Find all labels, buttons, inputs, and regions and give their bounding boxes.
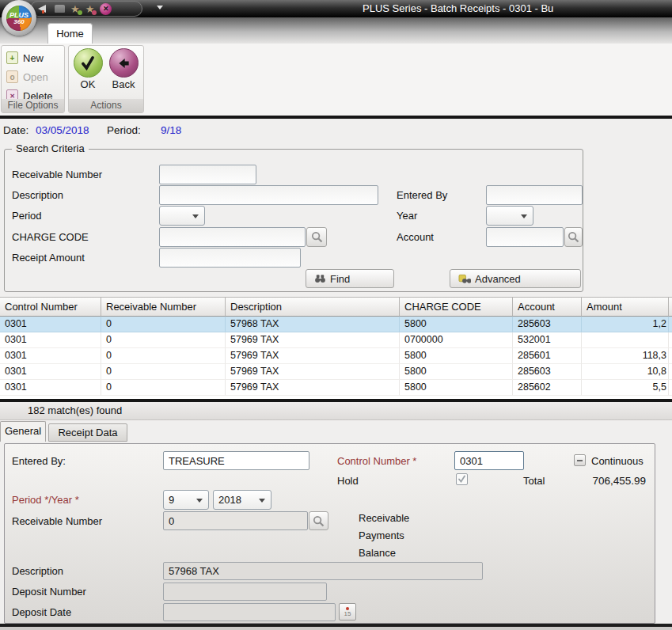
table-cell: 0	[101, 317, 226, 332]
favorite-add-icon[interactable]: ★	[70, 4, 80, 14]
deposit-date-label: Deposit Date	[12, 602, 71, 621]
table-cell-filler	[669, 317, 672, 332]
table-cell: 0	[101, 332, 226, 348]
column-header-description[interactable]: Description	[226, 297, 400, 317]
table-cell-filler	[669, 380, 672, 396]
info-bar: Date: 03/05/2018 Period: 9/18	[0, 119, 672, 142]
deposit-date-input[interactable]	[163, 603, 336, 621]
tab-general[interactable]: General	[0, 421, 46, 442]
charge-code-input[interactable]	[159, 227, 306, 247]
table-cell: 5,5	[582, 380, 669, 396]
table-cell: 285602	[513, 380, 582, 396]
ribbon: New Open Delete File Options OK Back Act…	[0, 44, 672, 116]
matches-found-text: 182 match(es) found	[28, 404, 122, 416]
column-header-control-number[interactable]: Control Number	[0, 297, 101, 317]
table-cell: 57969 TAX	[226, 364, 400, 380]
window-title: PLUS Series - Batch Receipts - 0301 - Bu	[363, 2, 553, 14]
advanced-label: Advanced	[475, 273, 521, 285]
ribbon-group-actions: OK Back Actions	[68, 45, 144, 113]
find-button[interactable]: Find	[306, 269, 394, 288]
table-cell: 5800	[400, 380, 513, 396]
calendar-icon[interactable]: 15	[339, 603, 356, 621]
description-input[interactable]	[159, 185, 378, 205]
receivable-number-input[interactable]	[159, 165, 256, 184]
table-cell: 0301	[0, 332, 101, 348]
receivable-label: Receivable	[359, 510, 409, 526]
continuous-label: Continuous	[591, 451, 644, 470]
advanced-button[interactable]: Advanced	[450, 269, 581, 288]
new-button[interactable]: New	[6, 50, 44, 66]
description-detail-label: Description	[12, 561, 63, 580]
column-header-charge-code[interactable]: CHARGE CODE	[400, 297, 513, 317]
deposit-number-label: Deposit Number	[12, 582, 86, 601]
entered-by-input[interactable]	[486, 185, 583, 205]
table-cell: 118,3	[582, 348, 669, 364]
printer-icon[interactable]	[55, 5, 65, 13]
receivable-search-button[interactable]	[309, 511, 328, 530]
control-number-label: Control Number *	[337, 451, 416, 470]
ok-button[interactable]: OK	[72, 48, 104, 90]
open-label: Open	[23, 71, 48, 83]
table-cell: 285603	[513, 364, 582, 380]
date-label: Date:	[3, 124, 28, 136]
table-cell: 57969 TAX	[226, 332, 400, 348]
charge-code-label: CHARGE CODE	[12, 227, 89, 247]
table-row[interactable]: 0301 0 57969 TAX 5800 285602 5,5	[0, 380, 672, 396]
continuous-minus-button[interactable]	[574, 454, 586, 466]
calendar-dot	[346, 607, 349, 610]
favorite-remove-icon[interactable]: ★	[85, 4, 95, 14]
period-dropdown[interactable]	[159, 206, 205, 226]
table-cell: 10,8	[582, 364, 669, 380]
period-detail-dropdown[interactable]: 9	[163, 490, 209, 510]
period-value: 9/18	[161, 124, 181, 136]
table-cell: 285603	[513, 317, 582, 332]
search-criteria-groupbox: Search Criteria Receivable Number Descri…	[4, 149, 583, 292]
binoculars-icon	[314, 274, 326, 283]
receivable-number-detail-input[interactable]	[163, 511, 308, 530]
group-label-actions: Actions	[69, 99, 143, 112]
description-detail-input[interactable]	[163, 562, 483, 580]
total-value: 706,455.99	[592, 471, 646, 490]
table-row[interactable]: 0301 0 57969 TAX 0700000 532001	[0, 332, 672, 348]
table-cell: 0700000	[400, 332, 513, 348]
search-icon	[568, 231, 579, 243]
table-cell	[582, 332, 669, 348]
table-cell: 0301	[0, 317, 101, 332]
table-cell: 0	[101, 380, 226, 396]
deposit-number-input[interactable]	[163, 583, 327, 601]
bottom-fill	[0, 627, 672, 630]
table-row[interactable]: 0301 0 57969 TAX 5800 285603 10,8	[0, 364, 672, 380]
chevron-down-icon[interactable]	[157, 6, 163, 9]
column-header-amount[interactable]: Amount	[582, 297, 669, 317]
group-label-file-options: File Options	[2, 99, 64, 112]
account-label: Account	[397, 227, 434, 247]
tab-home[interactable]: Home	[47, 23, 93, 44]
receipt-amount-input[interactable]	[159, 248, 301, 268]
year-dropdown[interactable]	[486, 206, 533, 226]
account-search-button[interactable]	[564, 227, 583, 247]
column-header-receivable-number[interactable]: Receivable Number	[101, 297, 226, 317]
close-icon[interactable]	[100, 3, 112, 15]
table-cell: 0301	[0, 348, 101, 364]
plus360-logo[interactable]: PLUS 360	[2, 0, 36, 36]
column-header-account[interactable]: Account	[513, 297, 582, 317]
account-input[interactable]	[486, 227, 564, 247]
table-row[interactable]: 0301 0 57968 TAX 5800 285603 1,2	[0, 317, 672, 332]
find-label: Find	[330, 273, 350, 285]
total-label: Total	[523, 471, 545, 490]
open-button[interactable]: Open	[6, 69, 48, 85]
table-cell: 57969 TAX	[226, 380, 400, 396]
tab-receipt-data[interactable]: Receipt Data	[48, 423, 127, 442]
table-row[interactable]: 0301 0 57969 TAX 5800 285601 118,3	[0, 348, 672, 364]
balance-label: Balance	[359, 545, 396, 560]
year-detail-dropdown[interactable]: 2018	[213, 490, 271, 510]
control-number-input[interactable]	[454, 451, 524, 470]
back-label: Back	[112, 78, 135, 90]
charge-code-search-button[interactable]	[306, 227, 327, 247]
back-button[interactable]: Back	[108, 48, 139, 90]
ribbon-group-file-options: New Open Delete File Options	[1, 45, 65, 113]
hold-checkbox[interactable]	[456, 473, 468, 485]
announce-icon[interactable]	[38, 4, 49, 13]
entered-by-detail-input[interactable]	[163, 451, 309, 470]
entered-by-detail-label: Entered By:	[12, 451, 66, 470]
